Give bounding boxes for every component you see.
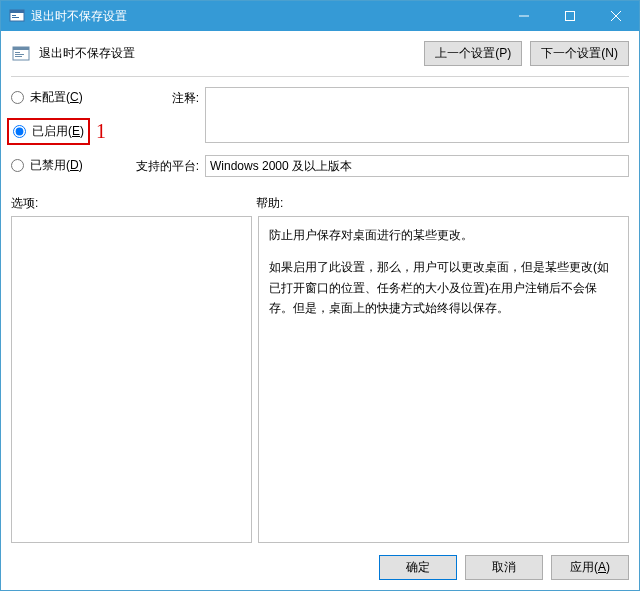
annotation-number: 1: [96, 120, 106, 143]
radio-enabled[interactable]: 已启用(E): [11, 122, 86, 141]
fields-column: 注释: 支持的平台:: [131, 87, 629, 177]
svg-rect-5: [566, 12, 575, 21]
radio-not-configured-input[interactable]: [11, 91, 24, 104]
cancel-button[interactable]: 取消: [465, 555, 543, 580]
options-panel[interactable]: [11, 216, 252, 543]
svg-rect-8: [15, 52, 20, 53]
radio-enabled-input[interactable]: [13, 125, 26, 138]
page-title: 退出时不保存设置: [39, 45, 135, 62]
radio-not-configured-label: 未配置(C): [30, 89, 83, 106]
dialog-window: 退出时不保存设置 退出时不保存设置 上一个设置(P) 下一个设置(N): [0, 0, 640, 591]
platform-label: 支持的平台:: [131, 155, 199, 175]
previous-setting-button[interactable]: 上一个设置(P): [424, 41, 522, 66]
radio-disabled-label: 已禁用(D): [30, 157, 83, 174]
comment-label: 注释:: [131, 87, 199, 107]
svg-rect-1: [10, 10, 24, 13]
nav-buttons: 上一个设置(P) 下一个设置(N): [424, 41, 629, 66]
svg-rect-10: [15, 56, 22, 57]
comment-textarea[interactable]: [205, 87, 629, 143]
comment-row: 注释:: [131, 87, 629, 143]
state-radio-group: 未配置(C) 已启用(E) 1 已禁用(D): [11, 87, 121, 177]
help-paragraph: 防止用户保存对桌面进行的某些更改。: [269, 225, 618, 245]
platform-row: 支持的平台:: [131, 155, 629, 177]
titlebar[interactable]: 退出时不保存设置: [1, 1, 639, 31]
header-row: 退出时不保存设置 上一个设置(P) 下一个设置(N): [11, 41, 629, 66]
client-area: 退出时不保存设置 上一个设置(P) 下一个设置(N) 未配置(C) 已启用(E): [1, 31, 639, 590]
next-setting-button[interactable]: 下一个设置(N): [530, 41, 629, 66]
svg-rect-3: [12, 17, 19, 18]
apply-button[interactable]: 应用(A): [551, 555, 629, 580]
mid-labels: 选项: 帮助:: [11, 195, 629, 212]
svg-rect-2: [12, 15, 16, 16]
policy-icon: [11, 44, 31, 64]
radio-not-configured[interactable]: 未配置(C): [11, 89, 121, 106]
help-panel[interactable]: 防止用户保存对桌面进行的某些更改。 如果启用了此设置，那么，用户可以更改桌面，但…: [258, 216, 629, 543]
radio-enabled-label: 已启用(E): [32, 123, 84, 140]
config-area: 未配置(C) 已启用(E) 1 已禁用(D) 注释:: [11, 87, 629, 177]
ok-button[interactable]: 确定: [379, 555, 457, 580]
help-paragraph: 如果启用了此设置，那么，用户可以更改桌面，但是某些更改(如已打开窗口的位置、任务…: [269, 257, 618, 318]
maximize-button[interactable]: [547, 1, 593, 31]
svg-rect-7: [13, 47, 29, 50]
minimize-button[interactable]: [501, 1, 547, 31]
svg-rect-4: [519, 16, 529, 17]
window-title: 退出时不保存设置: [31, 8, 501, 25]
divider: [11, 76, 629, 77]
options-label: 选项:: [11, 195, 256, 212]
close-button[interactable]: [593, 1, 639, 31]
help-label: 帮助:: [256, 195, 283, 212]
supported-platform-field: [205, 155, 629, 177]
radio-disabled[interactable]: 已禁用(D): [11, 157, 121, 174]
dialog-footer: 确定 取消 应用(A): [11, 555, 629, 580]
radio-disabled-input[interactable]: [11, 159, 24, 172]
svg-rect-9: [15, 54, 24, 55]
app-icon: [9, 8, 25, 24]
panels-row: 防止用户保存对桌面进行的某些更改。 如果启用了此设置，那么，用户可以更改桌面，但…: [11, 216, 629, 543]
window-controls: [501, 1, 639, 31]
